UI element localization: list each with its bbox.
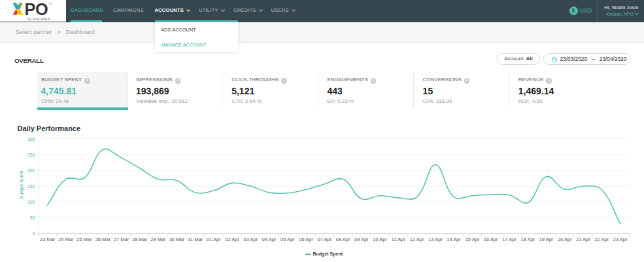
svg-text:200: 200 bbox=[27, 168, 35, 173]
svg-text:Budget Spent: Budget Spent bbox=[313, 252, 343, 257]
svg-text:09 Apr: 09 Apr bbox=[354, 236, 369, 242]
svg-text:24 Mar: 24 Mar bbox=[58, 236, 74, 242]
svg-text:30 Mar: 30 Mar bbox=[169, 236, 185, 242]
svg-text:18 Apr: 18 Apr bbox=[520, 236, 535, 242]
svg-text:300: 300 bbox=[27, 137, 35, 141]
svg-text:100: 100 bbox=[27, 200, 35, 204]
svg-text:15 Apr: 15 Apr bbox=[466, 236, 480, 242]
svg-text:21 Apr: 21 Apr bbox=[576, 236, 590, 242]
svg-text:11 Apr: 11 Apr bbox=[392, 236, 406, 242]
svg-text:06 Apr: 06 Apr bbox=[299, 236, 313, 242]
svg-text:17 Apr: 17 Apr bbox=[502, 236, 517, 242]
svg-text:04 Apr: 04 Apr bbox=[262, 236, 277, 242]
svg-text:02 Apr: 02 Apr bbox=[225, 236, 239, 242]
svg-text:25 Mar: 25 Mar bbox=[76, 236, 92, 242]
svg-text:07 Apr: 07 Apr bbox=[318, 236, 332, 242]
svg-text:250: 250 bbox=[27, 153, 35, 157]
svg-text:by KNOREX: by KNOREX bbox=[27, 16, 50, 21]
svg-text:08 Apr: 08 Apr bbox=[336, 236, 350, 242]
svg-text:23 Apr: 23 Apr bbox=[613, 236, 628, 242]
svg-text:05 Apr: 05 Apr bbox=[280, 236, 295, 242]
svg-text:19 Apr: 19 Apr bbox=[539, 236, 554, 242]
svg-text:29 Mar: 29 Mar bbox=[150, 236, 166, 242]
svg-text:TM: TM bbox=[48, 3, 52, 5]
svg-text:16 Apr: 16 Apr bbox=[484, 236, 498, 242]
svg-text:26 Mar: 26 Mar bbox=[95, 236, 111, 242]
svg-text:10 Apr: 10 Apr bbox=[373, 236, 387, 242]
svg-text:01 Apr: 01 Apr bbox=[207, 236, 221, 242]
svg-text:13 Apr: 13 Apr bbox=[428, 236, 443, 242]
svg-text:23 Mar: 23 Mar bbox=[40, 236, 56, 242]
svg-text:31 Mar: 31 Mar bbox=[188, 236, 203, 242]
svg-text:150: 150 bbox=[27, 184, 35, 189]
svg-text:03 Apr: 03 Apr bbox=[244, 236, 258, 242]
svg-text:12 Apr: 12 Apr bbox=[410, 236, 424, 242]
svg-text:50: 50 bbox=[30, 215, 35, 220]
svg-text:27 Mar: 27 Mar bbox=[114, 236, 129, 242]
svg-text:20 Apr: 20 Apr bbox=[558, 236, 572, 242]
svg-text:28 Mar: 28 Mar bbox=[132, 236, 148, 242]
svg-text:14 Apr: 14 Apr bbox=[447, 236, 461, 242]
svg-text:Budget Spent: Budget Spent bbox=[19, 171, 24, 198]
svg-text:0: 0 bbox=[33, 231, 35, 236]
svg-text:22 Apr: 22 Apr bbox=[594, 236, 609, 242]
